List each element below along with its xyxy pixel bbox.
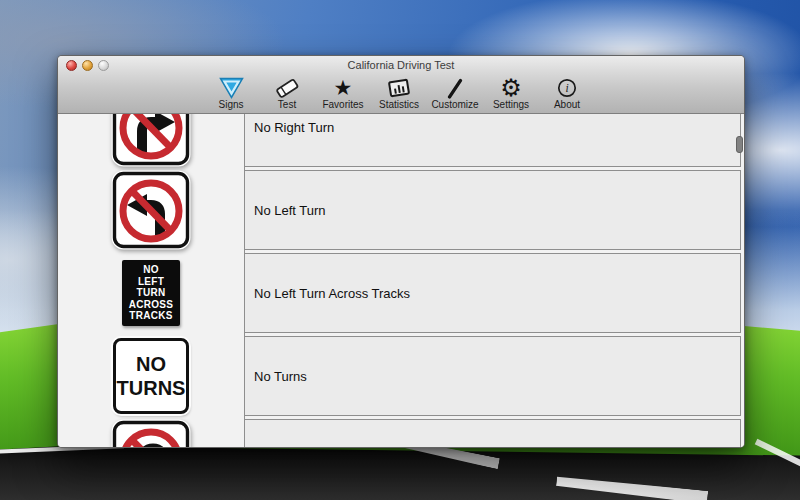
no-left-turn-sign (58, 170, 244, 250)
traffic-light-buttons (66, 60, 109, 71)
sign-text-line: NO (122, 264, 180, 276)
sign-text-line: TRACKS (122, 310, 180, 322)
pen-icon (445, 77, 465, 99)
sign-label-cell[interactable]: No Left Turn Across Tracks (244, 253, 741, 333)
sign-label: No Right Turn (254, 120, 334, 135)
close-button[interactable] (66, 60, 77, 71)
scrollbar-thumb[interactable] (736, 136, 743, 153)
toolbar-item-favorites[interactable]: ★ Favorites (315, 74, 371, 113)
list-item[interactable]: No Right Turn (58, 114, 744, 167)
sign-label-cell[interactable] (244, 419, 741, 447)
sign-label-cell[interactable]: No Turns (244, 336, 741, 416)
sign-text-line: LEFT (122, 276, 180, 288)
sign-label: No Left Turn Across Tracks (254, 286, 410, 301)
list-item[interactable] (58, 419, 744, 447)
no-u-turn-sign (58, 419, 244, 447)
yield-triangle-icon (219, 77, 244, 99)
toolbar-item-signs[interactable]: Signs (203, 74, 259, 113)
app-window: California Driving Test Signs (57, 55, 745, 448)
toolbar-label: Statistics (379, 99, 419, 110)
list-item[interactable]: No Left Turn (58, 170, 744, 250)
toolbar-label: About (554, 99, 580, 110)
sign-text-line: ACROSS (122, 299, 180, 311)
no-turns-sign: NO TURNS (58, 336, 244, 416)
toolbar-label: Test (278, 99, 296, 110)
signs-list-view: No Right Turn No Left Turn (58, 114, 744, 447)
list-item[interactable]: NO LEFT TURN ACROSS TRACKS No Left Turn … (58, 253, 744, 333)
info-icon: i (556, 77, 578, 99)
minimize-button[interactable] (82, 60, 93, 71)
sign-label-cell[interactable]: No Right Turn (244, 114, 741, 167)
star-icon: ★ (334, 77, 353, 99)
svg-text:i: i (565, 82, 568, 94)
no-left-turn-across-tracks-sign: NO LEFT TURN ACROSS TRACKS (58, 253, 244, 333)
toolbar-label: Settings (493, 99, 529, 110)
no-right-turn-sign (58, 114, 244, 167)
toolbar-label: Favorites (322, 99, 363, 110)
chart-icon (386, 77, 412, 99)
toolbar-item-about[interactable]: i About (539, 74, 595, 113)
window-chrome: California Driving Test Signs (58, 56, 744, 114)
eraser-icon (274, 77, 300, 99)
sign-text-line: NO (136, 352, 166, 376)
sign-label-cell[interactable]: No Left Turn (244, 170, 741, 250)
toolbar-item-customize[interactable]: Customize (427, 74, 483, 113)
toolbar-label: Signs (218, 99, 243, 110)
title-bar[interactable]: California Driving Test (58, 56, 744, 74)
sign-text-line: TURNS (117, 376, 186, 400)
gear-icon: ⚙ (500, 77, 522, 99)
signs-list: No Right Turn No Left Turn (58, 114, 744, 447)
toolbar: Signs Test ★ Favorites (58, 74, 744, 113)
zoom-button[interactable] (98, 60, 109, 71)
sign-label: No Turns (254, 369, 307, 384)
sign-label: No Left Turn (254, 203, 326, 218)
sign-text-line: TURN (122, 287, 180, 299)
toolbar-item-test[interactable]: Test (259, 74, 315, 113)
toolbar-item-statistics[interactable]: Statistics (371, 74, 427, 113)
toolbar-label: Customize (431, 99, 478, 110)
toolbar-item-settings[interactable]: ⚙ Settings (483, 74, 539, 113)
window-title: California Driving Test (58, 56, 744, 75)
list-item[interactable]: NO TURNS No Turns (58, 336, 744, 416)
